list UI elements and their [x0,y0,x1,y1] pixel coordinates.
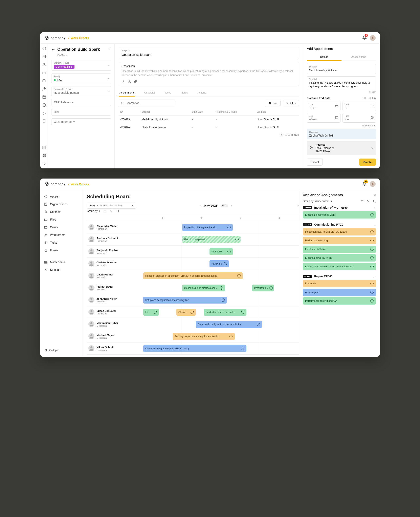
end-time-input[interactable]: Time--:-- [343,113,376,122]
resource-lane[interactable]: Setup and configuration of assembly line… [143,294,299,306]
rail-masterdata-icon[interactable] [42,145,46,149]
schedule-bar[interactable]: Production...i [252,285,274,291]
close-panel-button[interactable]: ✕ [374,193,376,197]
resource-row[interactable]: Christoph WeberMechanic [87,258,143,270]
table-row[interactable]: #000124ElectroFuse Activation--Ufnau Str… [119,123,299,131]
resource-lane[interactable]: Mechanical and electric com...iProductio… [143,282,299,294]
appt-subject-input[interactable]: Subject * MechAssembly Kickstart [307,64,376,74]
rail-cases-icon[interactable] [42,79,46,83]
nav-item-master-data[interactable]: Master data [44,258,82,266]
resource-row[interactable]: Niklas SchmittElectrician [87,342,143,355]
resource-row[interactable]: Florian BauerMechanic [87,282,143,294]
schedule-bar[interactable]: Production...i [210,248,233,255]
priority-select[interactable]: Priority Low ▾ [51,74,111,84]
sort-button[interactable]: Sort [266,100,281,106]
resource-lane[interactable]: Hardwarei [143,258,299,270]
nav-item-organizations[interactable]: Organizations [44,200,82,208]
unplanned-task[interactable]: Inspection acc. to DIN EN ISO 12100i [303,228,376,236]
subtab-associations[interactable]: Associations [341,53,376,61]
tab-assignments[interactable]: Assignments [119,89,135,97]
custom-input[interactable]: Custom property [51,118,111,125]
resource-lane[interactable]: Setup and configuration of assembly line… [143,318,299,330]
resource-lane[interactable]: Inv...iClean...iProduction line setup an… [143,306,299,318]
schedule-bar[interactable]: Commissioning and repairs (HVAC, etc.)i [143,345,247,352]
unplanned-task[interactable]: Performance testing and QAi [303,297,376,304]
rail-contacts-icon[interactable] [42,63,46,67]
text-color-icon[interactable] [122,80,125,84]
schedule-bar[interactable]: Repair of production equipment (SRK32) +… [143,273,243,279]
tab-checklist[interactable]: Checklist [143,89,156,97]
mention-icon[interactable] [128,80,131,84]
breadcrumb-2[interactable]: › Work Orders [68,182,89,186]
nav-item-cases[interactable]: Cases [44,223,82,231]
rail-assets-icon[interactable] [42,46,46,51]
resource-lane[interactable]: Repair of production equipment (SRK32) +… [143,270,299,282]
resource-lane[interactable]: Commissioning and repairs (HVAC, etc.)i [143,342,299,355]
next-month-button[interactable]: › [231,204,232,207]
schedule-bar[interactable]: Setup and configuration of assembly line… [143,297,227,304]
company-field[interactable]: Company ZephyrTech GmbH [307,129,376,139]
attachment-icon[interactable] [134,80,137,84]
schedule-bar[interactable]: Mechanical and electric com...i [182,285,225,291]
schedule-bar[interactable]: Setup and configuration of assembly line… [196,321,262,328]
schedule-bar[interactable]: Electrical engineeringi [182,236,240,243]
erp-input[interactable]: ERP Reference [51,99,111,106]
group-header[interactable]: #000293Commissioning RT20⌄ [303,223,376,226]
resource-lane[interactable]: Inspection of equipment and...i [143,221,299,234]
notifications-button[interactable]: 9 [362,35,367,40]
start-time-input[interactable]: Time--:-- [343,102,376,111]
nav-item-work-orders[interactable]: Work orders [44,231,82,239]
sort-icon[interactable] [361,199,364,203]
search-input[interactable]: Search for... [119,99,175,106]
description-value[interactable]: Operation BuildSpark involves a comprehe… [122,69,296,77]
responsible-select[interactable]: Responsible Person Responsible person ▾ [51,86,111,96]
user-avatar-2[interactable] [370,181,375,187]
collapse-nav-button[interactable]: Collapse [44,347,82,354]
nav-item-files[interactable]: Files [44,216,82,223]
schedule-bar[interactable]: Hardwarei [210,260,229,267]
user-avatar[interactable] [370,35,375,41]
resource-row[interactable]: Maximilian HuberElectrician [87,318,143,330]
group-header[interactable]: #231123Repair RP500⌄ [303,275,376,278]
tab-actions[interactable]: Actions [197,89,207,97]
work-order-type-select[interactable]: Work Order Type Commissioning ▾ [51,60,111,71]
resource-row[interactable]: Benjamin FischerMechanic [87,246,143,258]
nav-item-forms[interactable]: Forms [44,246,82,254]
url-input[interactable]: URL [51,109,111,115]
rail-schedule-icon[interactable] [42,95,46,99]
notifications-button-2[interactable]: 9+ [362,182,367,187]
rail-orgs-icon[interactable] [42,54,46,59]
unplanned-task[interactable]: Asset repairi [303,289,376,296]
schedule-bar[interactable]: Clean...i [176,309,196,316]
unplanned-task[interactable]: Electrical engineering worki [303,211,376,219]
resource-row[interactable]: Lucas SchusterTechnician [87,306,143,318]
rail-approved-icon[interactable] [42,103,46,107]
start-date-input[interactable]: Date--/--/---- [307,102,340,111]
tab-tasks[interactable]: Tasks [164,89,172,97]
end-date-input[interactable]: Date--/--/---- [307,113,340,122]
tab-notes[interactable]: Notes [180,89,188,97]
rail-tasks-icon[interactable] [42,111,46,115]
create-button[interactable]: Create [359,159,376,166]
more-menu-icon[interactable]: ⋮ [108,47,111,50]
unplanned-task[interactable]: Electric installationsi [303,246,376,253]
more-options-link[interactable]: More options [307,124,376,127]
filter-icon[interactable] [367,199,370,203]
unplanned-task[interactable]: Electrical rework / finishi [303,254,376,262]
nav-item-tasks[interactable]: Tasks [44,239,82,246]
cancel-button[interactable]: Cancel [307,159,322,166]
resource-row[interactable]: Michael MayerElectrician [87,330,143,342]
nav-item-settings[interactable]: Settings [44,266,82,274]
subject-value[interactable]: Operation Build Spark [122,53,296,56]
settings-icon[interactable] [280,133,283,137]
breadcrumb[interactable]: › Work Orders [68,36,89,40]
resource-lane[interactable]: Electrical engineeringi [143,234,299,246]
prev-month-button[interactable]: ‹ [200,204,201,207]
resource-row[interactable]: David RichterMechanic [87,270,143,282]
search-icon[interactable] [116,209,120,213]
schedule-bar[interactable]: Inspection of equipment and...i [182,224,233,231]
subtab-details[interactable]: Details [307,53,341,61]
rows-selector[interactable]: Rows › Available Technicians ▾ [87,203,136,209]
rail-expand-icon[interactable] [42,162,46,166]
rail-workorders-icon[interactable] [42,87,46,91]
